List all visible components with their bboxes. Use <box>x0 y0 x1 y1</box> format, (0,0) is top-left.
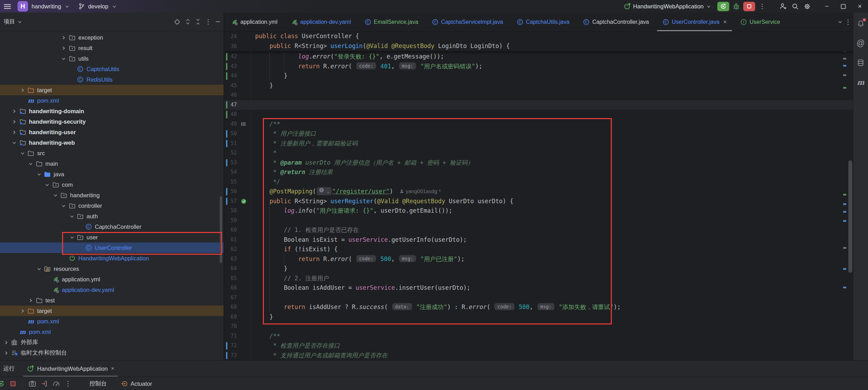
tree-item-handwritingwebapplication[interactable]: HandwritingWebApplication <box>0 253 224 264</box>
rerun-icon[interactable] <box>0 379 6 388</box>
tree-item-handwriting-web[interactable]: handwriting-web <box>0 137 224 148</box>
chevron-down-icon[interactable] <box>19 151 26 156</box>
tree-item-exception[interactable]: exception <box>0 32 224 43</box>
chevron-down-icon[interactable] <box>68 214 76 219</box>
tree-item-test[interactable]: test <box>0 295 224 306</box>
rerun-button[interactable] <box>717 2 729 11</box>
code-line-67[interactable]: 67 <box>224 293 853 303</box>
tree-item-auth[interactable]: auth <box>0 211 224 221</box>
tree-item-redisutils[interactable]: CRedisUtils <box>0 74 224 85</box>
code-line-73[interactable]: 73 * 支持通过用户名或邮箱查询用户是否存在 <box>224 351 853 361</box>
chevron-down-icon[interactable] <box>60 56 68 61</box>
database-tool-icon[interactable] <box>856 58 865 67</box>
tab-usercontroller-java[interactable]: CUserController.java× <box>656 13 733 31</box>
branch-chevron-down-icon[interactable] <box>112 4 117 9</box>
chevron-down-icon[interactable] <box>60 203 68 208</box>
project-more-options-icon[interactable]: ⋮ <box>205 18 211 26</box>
settings-gear-icon[interactable] <box>801 1 813 12</box>
tree-item-外部库[interactable]: 外部库 <box>0 337 224 348</box>
code-line-70[interactable]: 70 <box>224 322 853 331</box>
window-maximize-button[interactable] <box>835 0 852 13</box>
code-line-63[interactable]: 63 return R.error( code: 500, msg: "用户已注… <box>224 254 853 264</box>
tree-item-handwriting-security[interactable]: handwriting-security <box>0 116 224 127</box>
tab-captchautils-java[interactable]: CCaptchaUtils.java <box>510 13 576 31</box>
spring-bean-gutter-icon[interactable] <box>239 198 248 205</box>
maven-tool-icon[interactable]: m <box>856 78 865 87</box>
chevron-right-icon[interactable] <box>2 340 10 345</box>
chevron-down-icon[interactable] <box>43 182 51 187</box>
window-minimize-button[interactable]: − <box>819 0 835 13</box>
tree-item-handwriting-user[interactable]: handwriting-user <box>0 127 224 137</box>
code-line-51[interactable]: 51 * 注册新用户，需要邮箱验证码 <box>224 139 853 149</box>
tree-item-com[interactable]: com <box>0 179 224 190</box>
spring-tool-icon[interactable]: @ <box>856 39 865 48</box>
tree-item-target[interactable]: target <box>0 306 224 316</box>
code-line-64[interactable]: 64 } <box>224 264 853 274</box>
tree-item-handwriting[interactable]: handwriting <box>0 190 224 200</box>
code-line-61[interactable]: 61 Boolean isExist = userService.getUser… <box>224 235 853 245</box>
code-line-59[interactable]: 59 <box>224 216 853 226</box>
code-line-58[interactable]: 58 log.info("用户注册请求: {}", userDto.getEma… <box>224 206 853 216</box>
tree-item-result[interactable]: result <box>0 43 224 53</box>
code-line-62[interactable]: 62 if (!isExist) { <box>224 245 853 254</box>
tree-item-target[interactable]: target <box>0 85 224 95</box>
chevron-down-icon[interactable] <box>52 193 59 198</box>
code-line-36[interactable]: 36 public R<String> userLogin(@Valid @Re… <box>224 41 853 51</box>
tab-captchacontroller-java[interactable]: CCaptchaController.java <box>576 13 656 31</box>
tab-application-dev-yaml[interactable]: application-dev.yaml <box>284 13 358 31</box>
chevron-down-icon[interactable] <box>35 266 43 272</box>
run-configuration-widget[interactable]: HandwritingWebApplication <box>623 3 711 10</box>
project-panel-title[interactable]: 项目 <box>4 18 15 26</box>
code-line-55[interactable]: 55 */ <box>224 177 853 187</box>
run-more-options-icon[interactable]: ⋮ <box>63 379 73 388</box>
code-line-50[interactable]: 50 * 用户注册接口 <box>224 129 853 139</box>
expand-all-icon[interactable] <box>185 18 191 26</box>
tab-emailservice-java[interactable]: CEmailService.java <box>358 13 425 31</box>
project-tree-scrollbar[interactable] <box>220 196 222 263</box>
editor-scrollbar[interactable] <box>848 160 852 273</box>
code-line-66[interactable]: 66 Boolean isAddUser = userService.inser… <box>224 283 853 293</box>
chevron-right-icon[interactable] <box>11 119 18 124</box>
code-line-49[interactable]: 49 /** <box>224 119 853 129</box>
profiler-gauge-icon[interactable] <box>52 379 61 388</box>
search-icon[interactable] <box>789 1 801 12</box>
chevron-right-icon[interactable] <box>19 308 26 314</box>
tab-captchaserviceimpl-java[interactable]: CCaptchaServiceImpl.java <box>425 13 510 31</box>
thread-dump-camera-icon[interactable] <box>28 379 37 388</box>
window-close-button[interactable]: × <box>852 0 868 13</box>
chevron-down-icon[interactable] <box>27 161 35 166</box>
notifications-bell-icon[interactable] <box>856 19 865 28</box>
chevron-right-icon[interactable] <box>2 350 10 356</box>
project-view-chevron-icon[interactable] <box>17 19 22 25</box>
code-line-65[interactable]: 65 // 2. 注册用户 <box>224 274 853 283</box>
tree-item-main[interactable]: main <box>0 158 224 169</box>
chevron-right-icon[interactable] <box>19 88 26 93</box>
tree-item-captchautils[interactable]: CCaptchaUtils <box>0 64 224 74</box>
code-editor[interactable]: 42 log.error("登录失败: {}", e.getMessage())… <box>224 32 853 360</box>
tree-item-application-dev-yaml[interactable]: application-dev.yaml <box>0 285 224 295</box>
collapse-all-icon[interactable] <box>195 18 201 26</box>
tree-item-utils[interactable]: utils <box>0 53 224 64</box>
code-line-69[interactable]: 69 } <box>224 312 853 322</box>
hidden-tabs-chevron-icon[interactable] <box>838 19 843 25</box>
code-line-48[interactable]: 48 <box>224 110 853 119</box>
tree-item-resources[interactable]: resources <box>0 264 224 274</box>
url-globe-chip-icon[interactable]: ⌄ <box>317 187 332 195</box>
tree-item-captchacontroller[interactable]: CCaptchaController <box>0 221 224 232</box>
tree-item-临时文件和控制台[interactable]: 临时文件和控制台 <box>0 348 224 358</box>
tree-item-pom-xml[interactable]: mpom.xml <box>0 327 224 337</box>
chevron-right-icon[interactable] <box>60 46 68 51</box>
run-tab-close-icon[interactable]: × <box>111 365 114 372</box>
code-line-52[interactable]: 52 * <box>224 148 853 158</box>
chevron-right-icon[interactable] <box>27 298 35 303</box>
hide-panel-icon[interactable] <box>215 18 221 26</box>
tree-item-java[interactable]: java <box>0 169 224 179</box>
tab-options-icon[interactable]: ⋮ <box>845 18 851 26</box>
code-line-46[interactable]: 46 <box>224 90 853 100</box>
code-line-54[interactable]: 54 * @return 注册结果 <box>224 167 853 177</box>
chevron-right-icon[interactable] <box>60 35 68 40</box>
git-blame-annotation[interactable]: yang001asdg * <box>399 189 441 194</box>
panel-splitter[interactable] <box>224 13 224 360</box>
code-line-68[interactable]: 68 return isAddUser ? R.success( data: "… <box>224 302 853 312</box>
tree-item-pom-xml[interactable]: mpom.xml <box>0 316 224 327</box>
